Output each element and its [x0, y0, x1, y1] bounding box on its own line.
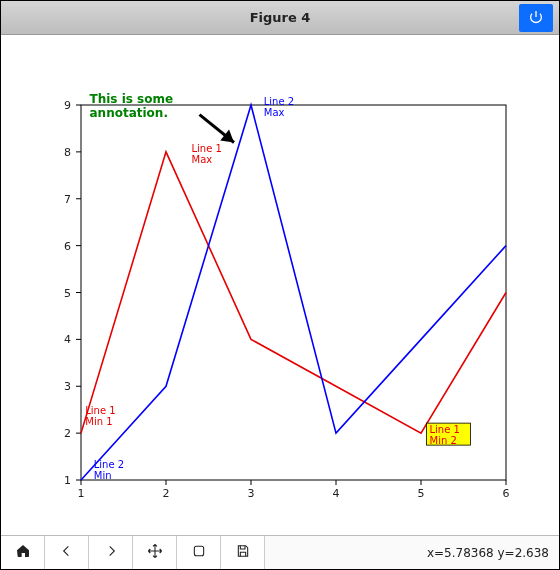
series-line-0 — [81, 152, 506, 433]
data-label: Max — [264, 107, 285, 118]
x-tick-label: 3 — [248, 487, 255, 500]
plot-area[interactable]: 123456123456789Line 1Min 1Line 1MaxLine … — [1, 35, 559, 535]
y-tick-label: 7 — [64, 193, 71, 206]
y-tick-label: 3 — [64, 380, 71, 393]
y-tick-label: 5 — [64, 287, 71, 300]
annotation-text: annotation. — [90, 106, 168, 120]
power-icon — [528, 9, 544, 28]
data-label: Line 1 — [85, 405, 115, 416]
annotation-text: This is some — [90, 92, 174, 106]
x-tick-label: 5 — [418, 487, 425, 500]
y-tick-label: 1 — [64, 474, 71, 487]
data-label: Max — [192, 154, 213, 165]
chart-svg: 123456123456789Line 1Min 1Line 1MaxLine … — [1, 35, 560, 537]
data-label: Min — [94, 470, 112, 481]
window-title: Figure 4 — [250, 10, 311, 25]
forward-button[interactable] — [89, 536, 133, 569]
cursor-coords: x=5.78368 y=2.638 — [417, 536, 559, 569]
svg-rect-15 — [194, 546, 203, 555]
window-titlebar: Figure 4 — [1, 1, 559, 35]
save-button[interactable] — [221, 536, 265, 569]
y-tick-label: 8 — [64, 146, 71, 159]
power-button[interactable] — [519, 4, 553, 32]
y-tick-label: 4 — [64, 333, 71, 346]
y-tick-label: 2 — [64, 427, 71, 440]
data-label: Line 1 — [430, 424, 460, 435]
save-icon — [235, 543, 251, 562]
home-icon — [15, 543, 31, 562]
move-icon — [147, 543, 163, 562]
home-button[interactable] — [1, 536, 45, 569]
back-button[interactable] — [45, 536, 89, 569]
data-label: Min 2 — [430, 435, 457, 446]
x-tick-label: 4 — [333, 487, 340, 500]
y-tick-label: 6 — [64, 240, 71, 253]
x-tick-label: 6 — [503, 487, 510, 500]
x-tick-label: 1 — [78, 487, 85, 500]
toolbar: x=5.78368 y=2.638 — [1, 535, 559, 569]
arrow-right-icon — [103, 543, 119, 562]
zoom-button[interactable] — [177, 536, 221, 569]
data-label: Line 2 — [264, 96, 294, 107]
data-label: Line 1 — [192, 143, 222, 154]
pan-button[interactable] — [133, 536, 177, 569]
data-label: Min 1 — [85, 416, 112, 427]
data-label: Line 2 — [94, 459, 124, 470]
zoom-rect-icon — [191, 543, 207, 562]
x-tick-label: 2 — [163, 487, 170, 500]
y-tick-label: 9 — [64, 99, 71, 112]
arrow-left-icon — [59, 543, 75, 562]
